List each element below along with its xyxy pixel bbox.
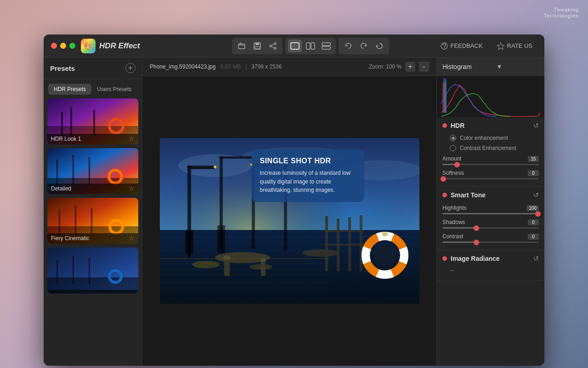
svg-rect-74 [261,260,266,276]
image-radiance-refresh-icon[interactable]: ↺ [533,255,539,262]
preset-item-fiery-cinematic[interactable]: Fiery Cinematic ☆ [47,198,138,244]
contrast-value: 0 [528,234,539,240]
smart-tone-refresh-icon[interactable]: ↺ [533,191,539,199]
preset-item-4[interactable] [47,247,138,293]
minimize-button[interactable] [60,43,66,49]
save-button[interactable] [250,40,264,52]
image-radiance-collapse-icon[interactable]: − [437,266,544,278]
zoom-label: Zoom: 100 % [369,63,401,70]
preset-star-detailed[interactable]: ☆ [129,184,135,192]
histogram-label: Histogram [442,63,472,70]
histogram-chevron-icon: ▾ [498,62,501,71]
svg-rect-81 [324,244,363,246]
hdr-dot [442,123,447,128]
shadows-slider-fill [442,227,476,229]
histogram-header: Histogram ▾ [437,58,544,76]
svg-line-7 [271,44,274,46]
contrast-slider-fill [442,242,476,243]
view-tools [285,38,336,54]
preset-item-detailed[interactable]: Detailed ☆ [47,148,138,194]
preset-label-4 [47,290,138,293]
shadows-slider-thumb[interactable] [474,225,479,231]
file-tools [232,38,283,54]
contrast-slider-row: Contrast 0 [437,231,544,245]
highlights-slider-fill [442,213,539,214]
sidebar-header: Presets + [44,58,142,79]
color-enhancement-radio[interactable] [450,135,456,141]
histogram-canvas [437,76,544,117]
amount-slider-row: Amount 15 [437,153,544,167]
zoom-in-button[interactable]: + [405,62,415,72]
tab-hdr-presets[interactable]: HDR Presets [48,84,91,95]
svg-rect-31 [59,211,60,235]
open-button[interactable] [235,40,249,52]
shadows-slider-track[interactable] [442,227,539,229]
rate-us-button[interactable]: RATE US [492,40,537,52]
smart-tone-title: Smart Tone [451,191,530,199]
app-title: HDR Effect [99,41,140,51]
tab-users-presets[interactable]: Users Presets [91,84,137,95]
svg-rect-58 [185,230,193,253]
svg-rect-13 [322,46,330,49]
amount-slider-track[interactable] [442,164,539,165]
rate-us-label: RATE US [507,42,532,49]
softness-slider-thumb[interactable] [441,176,446,182]
softness-slider-track[interactable] [442,178,539,179]
svg-rect-96 [443,78,446,113]
view-split-v-button[interactable] [319,40,333,52]
highlights-slider-track[interactable] [442,213,539,214]
hdr-section-header: HDR ↺ [437,117,544,133]
svg-point-6 [274,47,276,49]
contrast-slider-track[interactable] [442,242,539,243]
tooltip-text: Increase luminosity of a standard low qu… [260,169,356,195]
image-filename: Phone_img.592004423.jpg [150,63,215,70]
svg-rect-2 [255,43,259,45]
separator-1: 9.63 MB [220,63,241,70]
svg-line-8 [271,46,274,48]
smart-tone-dot [442,193,447,197]
contrast-slider-thumb[interactable] [474,240,479,245]
traffic-lights [51,43,75,49]
view-split-h-button[interactable] [304,40,317,52]
softness-label: Softness [442,170,464,176]
preset-star-hdr-look-1[interactable]: ☆ [129,135,135,142]
feedback-button[interactable]: FEEDBACK [435,40,487,52]
svg-rect-33 [91,208,92,235]
zoom-out-button[interactable]: - [419,62,429,72]
image-radiance-title: Image Radiance [451,255,530,262]
smart-tone-section: Smart Tone ↺ Highlights 100 Shadows [437,187,544,250]
app-icon: 🎨 [81,39,96,53]
svg-rect-60 [220,156,252,159]
separator-pipe: | [245,63,247,70]
svg-rect-25 [57,160,58,185]
view-single-button[interactable] [288,40,302,52]
maximize-button[interactable] [69,43,75,49]
amount-slider-thumb[interactable] [454,162,460,167]
svg-rect-32 [75,206,76,235]
close-button[interactable] [51,43,57,49]
preset-item-hdr-look-1[interactable]: HDR Look 1 ☆ [47,98,138,144]
main-content: Presets + HDR Presets Users Presets [44,58,544,366]
reset-button[interactable] [373,40,386,52]
presets-title: Presets [50,64,75,72]
highlights-slider-thumb[interactable] [535,211,541,217]
svg-point-54 [302,249,339,257]
histogram-dropdown[interactable]: Histogram ▾ [442,62,501,71]
preset-star-fiery-cinematic[interactable]: ☆ [129,234,135,242]
svg-marker-16 [497,43,504,50]
hdr-refresh-icon[interactable]: ↺ [533,122,539,129]
softness-value: 0 [528,170,539,176]
redo-button[interactable] [357,40,371,52]
add-preset-button[interactable]: + [125,63,136,73]
highlights-label: Highlights [442,205,467,211]
share-button[interactable] [266,40,280,52]
undo-button[interactable] [341,40,355,52]
svg-point-4 [274,43,276,45]
svg-point-66 [214,166,216,168]
highlights-value: 100 [526,205,539,211]
svg-rect-12 [322,43,330,46]
contrast-enhancement-radio[interactable] [450,145,456,151]
svg-rect-27 [89,157,90,185]
histogram-section: Histogram ▾ [437,58,544,117]
svg-rect-72 [224,258,230,276]
